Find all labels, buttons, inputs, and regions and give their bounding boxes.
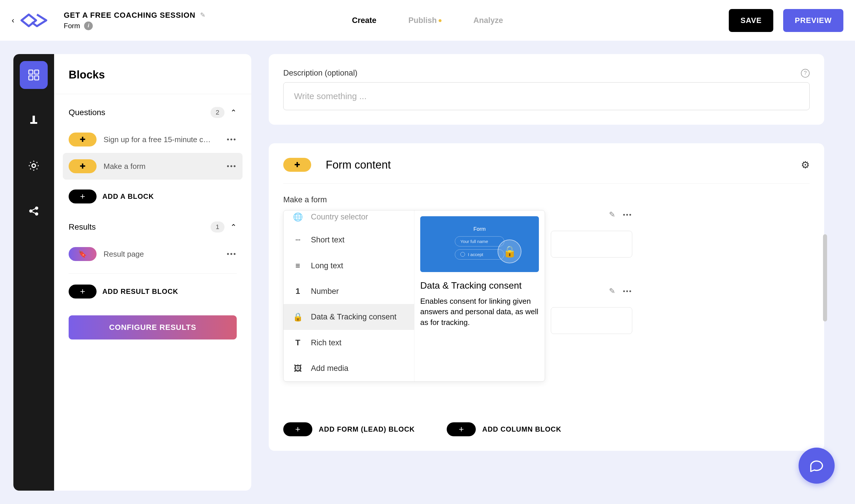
add-block-label: ADD A BLOCK (102, 193, 154, 201)
app-header: ‹ GET A FREE COACHING SESSION ✎ Form i C… (0, 0, 855, 41)
sidebar-rail (13, 54, 54, 491)
question-block-item[interactable]: ✚ Sign up for a free 15-minute c… ••• (63, 126, 243, 153)
nav-tabs: Create Publish Analyze (352, 16, 503, 25)
sidebar-panel: Blocks Questions 2 ⌃ ✚ Sign up for a fre… (54, 54, 251, 491)
form-block-icon: ✚ (283, 158, 311, 172)
question-block-item[interactable]: ✚ Make a form ••• (63, 153, 243, 180)
form-content-card: ✚ Form content ⚙ Make a form 🌐 Country s… (269, 143, 824, 451)
lock-badge-icon: 🔒 (498, 239, 521, 263)
lock-icon: 🔒 (293, 312, 303, 322)
chevron-up-icon[interactable]: ⌃ (230, 108, 237, 117)
chevron-up-icon[interactable]: ⌃ (230, 223, 237, 232)
globe-icon: 🌐 (293, 212, 303, 222)
form-block-icon: ✚ (69, 159, 97, 173)
form-field-input[interactable] (551, 231, 632, 257)
panel-title: Blocks (54, 69, 251, 94)
lines-icon: ≡ (293, 261, 303, 270)
rail-settings-icon[interactable] (20, 152, 48, 180)
section-questions-header[interactable]: Questions 2 ⌃ (54, 94, 251, 126)
number-icon: 1 (293, 287, 303, 296)
image-icon: 🖼 (293, 364, 303, 373)
svg-line-9 (32, 209, 36, 211)
preview-form-label: Form (473, 226, 486, 232)
help-icon[interactable]: ? (801, 69, 809, 78)
dropdown-item-long-text[interactable]: ≡ Long text (283, 253, 414, 278)
edit-title-icon[interactable]: ✎ (200, 11, 205, 19)
dropdown-item-rich-text[interactable]: T Rich text (283, 330, 414, 356)
scrollbar-thumb[interactable] (823, 234, 827, 322)
rail-blocks-icon[interactable] (20, 61, 48, 89)
svg-rect-5 (30, 122, 37, 124)
configure-results-button[interactable]: CONFIGURE RESULTS (69, 316, 237, 340)
divider (69, 273, 237, 273)
add-result-block-button[interactable]: + ADD RESULT BLOCK (63, 279, 243, 304)
svg-rect-3 (35, 76, 39, 80)
dropdown-item-number[interactable]: 1 Number (283, 278, 414, 304)
tab-publish[interactable]: Publish (408, 16, 441, 25)
add-result-label: ADD RESULT BLOCK (102, 287, 178, 295)
add-form-lead-label: ADD FORM (LEAD) BLOCK (319, 425, 415, 433)
block-more-icon[interactable]: ••• (227, 162, 237, 170)
field-type-dropdown: 🌐 Country selector ┄ Short text ≡ Long t… (283, 210, 545, 382)
svg-line-10 (32, 212, 36, 214)
content-area: Description (optional) ? ✚ Form content … (251, 54, 842, 491)
page-subtitle: Form (64, 22, 80, 30)
questions-count-badge: 2 (211, 107, 225, 118)
add-column-label: ADD COLUMN BLOCK (482, 425, 561, 433)
text-icon: T (293, 338, 303, 347)
add-form-lead-button[interactable]: + ADD FORM (LEAD) BLOCK (283, 422, 415, 436)
block-more-icon[interactable]: ••• (227, 136, 237, 144)
tab-analyze[interactable]: Analyze (473, 16, 503, 25)
section-questions-title: Questions (69, 108, 105, 117)
back-chevron-icon[interactable]: ‹ (12, 16, 14, 25)
app-logo[interactable] (20, 10, 49, 31)
page-title: GET A FREE COACHING SESSION (64, 11, 195, 20)
form-card-title: Form content (326, 159, 391, 171)
preview-illustration: Form Your full name I accept 🔒 (420, 216, 539, 272)
description-input[interactable] (283, 82, 809, 110)
edit-field-icon[interactable]: ✎ (609, 210, 615, 219)
dash-icon: ┄ (293, 235, 303, 245)
radio-icon (460, 252, 465, 257)
dropdown-item-media[interactable]: 🖼 Add media (283, 356, 414, 381)
form-field-input[interactable] (551, 307, 632, 334)
dropdown-item-country[interactable]: 🌐 Country selector (283, 211, 414, 227)
info-icon[interactable]: i (84, 21, 93, 30)
plus-icon: + (69, 285, 97, 299)
preview-title: Data & Tracking consent (420, 280, 539, 291)
title-area: GET A FREE COACHING SESSION ✎ Form i (64, 11, 205, 30)
section-results-title: Results (69, 222, 96, 232)
preview-accept-row: I accept (455, 249, 504, 259)
plus-icon: + (447, 422, 476, 436)
add-column-button[interactable]: + ADD COLUMN BLOCK (447, 422, 561, 436)
publish-dot-icon (439, 19, 441, 22)
plus-icon: + (69, 190, 97, 203)
svg-rect-0 (29, 70, 33, 74)
block-label: Result page (104, 250, 227, 259)
tab-create[interactable]: Create (352, 16, 376, 25)
section-results-header[interactable]: Results 1 ⌃ (54, 209, 251, 241)
dropdown-list[interactable]: 🌐 Country selector ┄ Short text ≡ Long t… (283, 211, 414, 381)
block-more-icon[interactable]: ••• (227, 250, 237, 258)
form-fields-column: ✎ ••• ✎ ••• (551, 210, 632, 334)
field-more-icon[interactable]: ••• (623, 287, 632, 295)
svg-rect-1 (35, 70, 39, 74)
save-button[interactable]: SAVE (729, 9, 773, 32)
preview-button[interactable]: PREVIEW (783, 9, 843, 32)
rail-design-icon[interactable] (20, 106, 48, 134)
result-block-icon: 🔖 (69, 247, 97, 261)
field-more-icon[interactable]: ••• (623, 211, 632, 219)
block-label: Make a form (104, 162, 227, 171)
rail-share-icon[interactable] (20, 197, 48, 225)
gear-icon[interactable]: ⚙ (801, 159, 809, 170)
result-block-item[interactable]: 🔖 Result page ••• (63, 241, 243, 267)
block-label: Sign up for a free 15-minute c… (104, 135, 227, 144)
description-card: Description (optional) ? (269, 54, 824, 125)
chat-fab-button[interactable] (799, 448, 835, 484)
preview-description: Enables consent for linking given answer… (420, 296, 539, 328)
dropdown-item-consent[interactable]: 🔒 Data & Tracking consent (283, 304, 414, 330)
add-block-button[interactable]: + ADD A BLOCK (63, 184, 243, 209)
dropdown-item-short-text[interactable]: ┄ Short text (283, 227, 414, 253)
edit-field-icon[interactable]: ✎ (609, 287, 615, 295)
svg-rect-4 (33, 116, 35, 122)
